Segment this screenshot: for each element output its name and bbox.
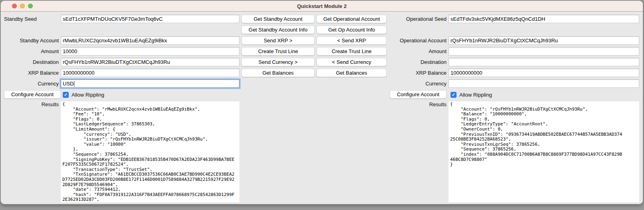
standby-create-trust-line-button[interactable]: Create Trust Line — [241, 47, 315, 55]
standby-destination-label: Destination — [1, 58, 59, 66]
operational-allow-rippling: ✓ Allow Rippling — [451, 90, 492, 99]
operational-destination-input[interactable] — [449, 58, 639, 66]
standby-allow-rippling-checkbox[interactable]: ✓ — [63, 92, 69, 98]
get-operational-account-button[interactable]: Get Operational Account — [317, 15, 387, 23]
operational-seed-input[interactable]: sEdTFdv3skc5VKjdMXE86z5qQnCd1DH — [449, 15, 639, 23]
operational-amount-label: Amount — [383, 47, 447, 55]
send-currency-left-button[interactable]: < Send Currency — [317, 58, 387, 66]
operational-xrp-balance-input[interactable]: 10000000000 — [449, 69, 639, 77]
text-cursor — [74, 81, 74, 87]
get-standby-account-button[interactable]: Get Standby Account — [241, 15, 315, 23]
desktop-background: Quickstart Module 2 Standby Seed sEdT1cX… — [0, 0, 644, 210]
standby-get-balances-button[interactable]: Get Balances — [241, 69, 315, 77]
operational-destination-label: Destination — [383, 58, 447, 66]
checkmark-icon: ✓ — [452, 92, 455, 97]
operational-xrp-balance-label: XRP Balance — [383, 69, 447, 77]
operational-results-label: Results — [383, 101, 447, 107]
standby-seed-label: Standby Seed — [1, 15, 59, 23]
standby-allow-rippling: ✓ Allow Rippling — [63, 90, 104, 99]
standby-account-label: Standby Account — [1, 36, 59, 45]
standby-seed-input[interactable]: sEdT1cXFPMTnDUoCKV5F7Ge3mToq6vC — [61, 15, 239, 23]
operational-create-trust-line-button[interactable]: Create Trust Line — [317, 47, 387, 55]
standby-xrp-balance-label: XRP Balance — [1, 69, 59, 77]
title-bar[interactable]: Quickstart Module 2 — [1, 1, 643, 12]
standby-account-input[interactable]: rMwbLRUXC2qcnx4zvb1WB1uEAqEZg9iBkx — [61, 36, 239, 45]
standby-allow-rippling-label: Allow Rippling — [72, 92, 104, 98]
operational-account-label: Operational Account — [383, 36, 447, 45]
operational-amount-input[interactable] — [449, 47, 639, 55]
operational-configure-account-button[interactable]: Configure Account — [390, 90, 447, 99]
app-window: Quickstart Module 2 Standby Seed sEdT1cX… — [0, 0, 643, 204]
operational-allow-rippling-checkbox[interactable]: ✓ — [451, 92, 457, 98]
standby-currency-label: Currency — [1, 79, 59, 88]
send-currency-right-button[interactable]: Send Currency > — [241, 58, 315, 66]
checkmark-icon: ✓ — [64, 92, 68, 97]
standby-results-label: Results — [1, 101, 59, 107]
standby-destination-input[interactable]: rQsFHYb1nRWJR2BiuDTXgCtXCMCqJh93Ru — [61, 58, 239, 66]
send-xrp-right-button[interactable]: Send XRP > — [241, 36, 315, 45]
standby-amount-label: Amount — [1, 47, 59, 55]
operational-allow-rippling-label: Allow Rippling — [459, 92, 492, 98]
window-title: Quickstart Module 2 — [1, 1, 643, 12]
operational-account-input[interactable]: rQsFHYb1nRWJR2BiuDTXgCtXCMCqJh93Ru — [449, 36, 639, 45]
operational-seed-label: Operational Seed — [383, 15, 447, 23]
get-op-account-info-button[interactable]: Get Op Account Info — [317, 26, 387, 34]
standby-xrp-balance-input[interactable]: 10000000000 — [61, 69, 239, 77]
standby-configure-account-button[interactable]: Configure Account — [4, 90, 61, 99]
send-xrp-left-button[interactable]: < Send XRP — [317, 36, 387, 45]
operational-results-text[interactable]: { "Account": "rQsFHYb1nRWJR2BiuDTXgCtXCM… — [449, 101, 639, 202]
standby-currency-input[interactable]: USD — [61, 79, 239, 88]
get-standby-account-info-button[interactable]: Get Standby Account Info — [241, 26, 315, 34]
standby-amount-input[interactable]: 10000 — [61, 47, 239, 55]
standby-results-text[interactable]: { "Account": "rMwbLRUXC2qcnx4zvb1WB1uEAq… — [61, 101, 239, 202]
operational-get-balances-button[interactable]: Get Balances — [317, 69, 387, 77]
operational-currency-label: Currency — [383, 79, 447, 88]
operational-currency-input[interactable] — [449, 79, 639, 88]
